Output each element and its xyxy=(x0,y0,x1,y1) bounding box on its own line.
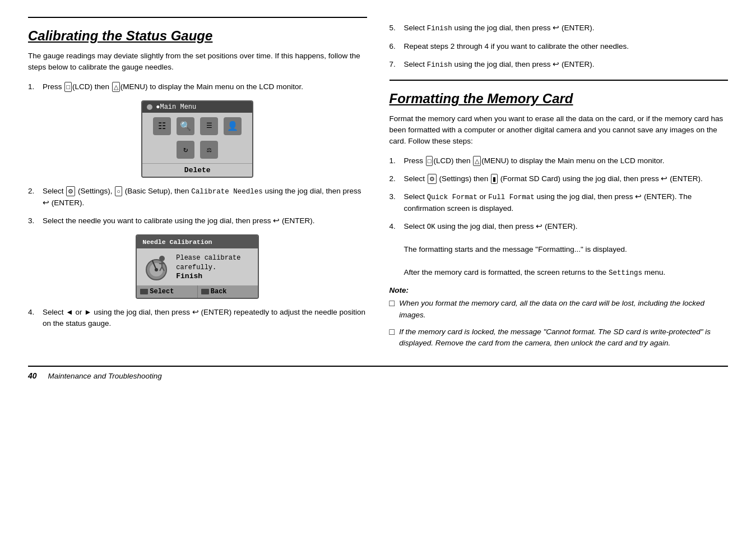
menu-icon-r: △ xyxy=(473,156,481,167)
right-step-num-3: 3. xyxy=(389,191,400,214)
right-section-title: Formatting the Memory Card xyxy=(389,86,729,107)
lcd-icon-r: □ xyxy=(426,156,433,167)
right-step-text-1: Press □(LCD) then △(MENU) to display the… xyxy=(404,155,729,167)
left-steps-list: 1. Press □(LCD) then △(MENU) to display … xyxy=(28,81,367,93)
step-text-5: Select Finish using the jog dial, then p… xyxy=(404,22,729,34)
needle-header: Needle Calibration xyxy=(137,236,258,248)
right-step-num-2: 2. xyxy=(389,173,400,185)
menu-icon-5: ↻ xyxy=(177,141,194,159)
note-bullet-2: □ xyxy=(389,326,395,349)
page-container: Calibrating the Status Gauge The gauge r… xyxy=(28,17,728,354)
svg-point-3 xyxy=(155,268,158,271)
right-format-step-3: 3. Select Quick Format or Full Format us… xyxy=(389,191,729,214)
settings-icon: ⚙ xyxy=(66,186,75,197)
right-steps-list: 1. Press □(LCD) then △(MENU) to display … xyxy=(389,155,729,279)
left-step-3: 3. Select the needle you want to calibra… xyxy=(28,215,367,227)
menu-icon-3: ☰ xyxy=(200,117,218,135)
step-text-4: Select ◄ or ► using the jog dial, then p… xyxy=(43,307,367,330)
top-divider-right xyxy=(389,80,729,81)
right-steps-continuing: 5. Select Finish using the jog dial, the… xyxy=(389,22,729,71)
left-column: Calibrating the Status Gauge The gauge r… xyxy=(28,17,367,354)
right-step-text-2: Select ⚙ (Settings) then ▮ (Format SD Ca… xyxy=(404,173,729,185)
right-section-intro: Format the memory card when you want to … xyxy=(389,113,729,147)
left-step-2: 2. Select ⚙ (Settings), ○ (Basic Setup),… xyxy=(28,186,367,209)
right-step-num-1: 1. xyxy=(389,155,400,167)
right-step-7: 7. Select Finish using the jog dial, the… xyxy=(389,59,729,71)
needle-svg-icon xyxy=(142,253,170,281)
menu-icon-inline: △ xyxy=(112,82,120,93)
svg-point-4 xyxy=(159,256,165,261)
left-section-title: Calibrating the Status Gauge xyxy=(28,24,367,44)
right-step-6: 6. Repeat steps 2 through 4 if you want … xyxy=(389,41,729,52)
select-btn-label: Select xyxy=(150,288,174,296)
step-text-2: Select ⚙ (Settings), ○ (Basic Setup), th… xyxy=(43,186,367,209)
needle-back-btn: Back xyxy=(198,285,258,298)
settings-icon-r: ⚙ xyxy=(428,174,437,185)
menu-icon-2: 🔍 xyxy=(177,117,194,135)
right-step-num-4: 4. xyxy=(389,221,400,278)
right-format-step-4: 4. Select OK using the jog dial, then pr… xyxy=(389,221,729,278)
needle-header-text: Needle Calibration xyxy=(142,238,212,246)
select-btn-icon xyxy=(140,289,148,294)
note-item-1: □ When you format the memory card, all t… xyxy=(389,298,729,321)
note-bullet-1: □ xyxy=(389,298,395,321)
back-btn-label: Back xyxy=(211,288,227,296)
right-step-text-3: Select Quick Format or Full Format using… xyxy=(404,191,729,214)
step-num-2: 2. xyxy=(28,186,38,209)
step-text-1: Press □(LCD) then △(MENU) to display the… xyxy=(43,81,367,93)
right-format-step-1: 1. Press □(LCD) then △(MENU) to display … xyxy=(389,155,729,167)
step-num-1: 1. xyxy=(28,81,38,93)
basic-setup-icon: ○ xyxy=(115,186,122,197)
footer-page-number: 40 xyxy=(28,371,37,380)
menu-icon-6: ⚖ xyxy=(200,141,218,159)
left-steps-list-2: 2. Select ⚙ (Settings), ○ (Basic Setup),… xyxy=(28,186,367,227)
format-icon-r: ▮ xyxy=(491,174,498,185)
step-num-5: 5. xyxy=(389,22,400,34)
format-extra-2: After the memory card is formatted, the … xyxy=(404,268,666,276)
right-format-step-2: 2. Select ⚙ (Settings) then ▮ (Format SD… xyxy=(389,173,729,185)
note-item-2: □ If the memory card is locked, the mess… xyxy=(389,326,729,349)
needle-footer: Select Back xyxy=(137,285,258,298)
lcd-icon: □ xyxy=(64,82,72,93)
screen-menu-area: ☷ 🔍 ☰ 👤 ↻ ⚖ xyxy=(142,113,252,163)
note-list: □ When you format the memory card, all t… xyxy=(389,298,729,349)
screen-dot xyxy=(147,104,152,110)
note-text-2: If the memory card is locked, the messag… xyxy=(399,326,728,349)
step-text-7: Select Finish using the jog dial, then p… xyxy=(404,59,729,71)
note-text-1: When you format the memory card, all the… xyxy=(399,298,728,321)
left-section-intro: The gauge readings may deviate slightly … xyxy=(28,50,367,73)
needle-finish-label: Finish xyxy=(176,272,252,280)
left-step-1: 1. Press □(LCD) then △(MENU) to display … xyxy=(28,81,367,93)
needle-text-area: Please calibrate carefully. Finish xyxy=(176,253,252,281)
needle-body: Please calibrate carefully. Finish xyxy=(137,248,258,285)
left-step-4: 4. Select ◄ or ► using the jog dial, the… xyxy=(28,307,367,330)
note-section: Note: □ When you format the memory card,… xyxy=(389,286,729,349)
step-num-6: 6. xyxy=(389,41,400,52)
needle-select-btn: Select xyxy=(137,285,198,298)
screen-title-text: ●Main Menu xyxy=(156,103,196,111)
top-divider-left xyxy=(28,17,367,18)
step-text-6: Repeat steps 2 through 4 if you want to … xyxy=(404,41,729,52)
menu-icon-4: 👤 xyxy=(224,117,242,135)
footer-bar: 40 Maintenance and Troubleshooting xyxy=(28,366,728,380)
footer-section-title: Maintenance and Troubleshooting xyxy=(48,372,162,380)
format-extra-1: The formatting starts and the message "F… xyxy=(404,245,627,253)
left-steps-list-3: 4. Select ◄ or ► using the jog dial, the… xyxy=(28,307,367,330)
menu-icon-1: ☷ xyxy=(153,117,171,135)
back-btn-icon xyxy=(201,289,209,294)
needle-calibration-box: Needle Calibration xyxy=(136,234,259,299)
main-menu-screen: ●Main Menu ☷ 🔍 ☰ 👤 ↻ ⚖ Delete xyxy=(141,100,253,178)
needle-subheader: Please calibrate carefully. xyxy=(176,253,252,273)
screen-delete-label: Delete xyxy=(142,163,252,177)
step-num-4: 4. xyxy=(28,307,38,330)
step-num-7: 7. xyxy=(389,59,400,71)
screen-title-bar: ●Main Menu xyxy=(142,102,252,113)
step-num-3: 3. xyxy=(28,215,38,227)
note-label: Note: xyxy=(389,286,729,294)
right-column: 5. Select Finish using the jog dial, the… xyxy=(389,17,729,354)
right-step-text-4: Select OK using the jog dial, then press… xyxy=(404,221,729,278)
right-step-5: 5. Select Finish using the jog dial, the… xyxy=(389,22,729,34)
step-text-3: Select the needle you want to calibrate … xyxy=(43,215,367,227)
